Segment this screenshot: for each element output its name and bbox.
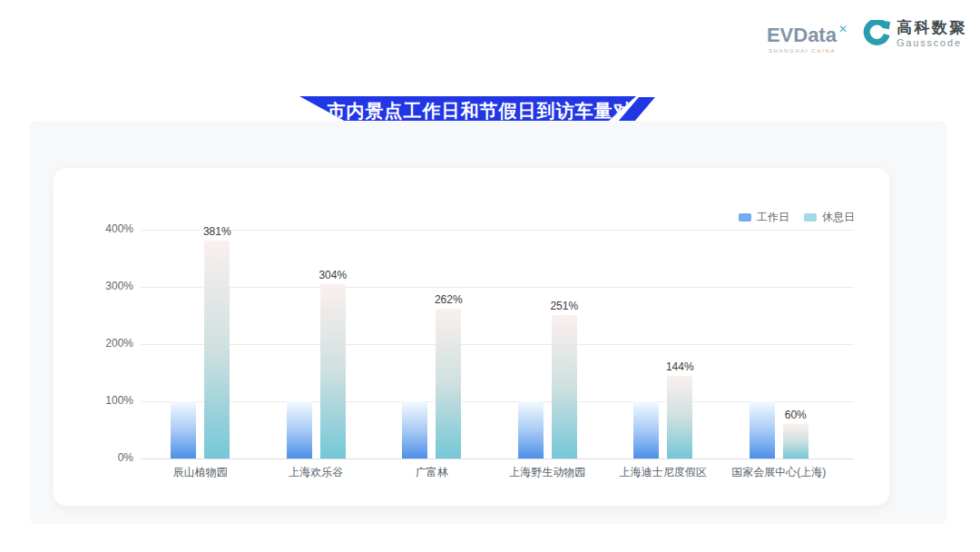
x-axis-label: 上海野生动物园 (509, 465, 585, 480)
gausscode-mark-icon (862, 20, 891, 49)
bar-工作日-上海欢乐谷 (287, 401, 312, 458)
bar-休息日-广富林 (436, 309, 461, 458)
chart-card: 工作日休息日 0%100%200%300%400%381%辰山植物园304%上海… (54, 168, 889, 506)
gridline-200 (141, 344, 854, 345)
chart-area: 0%100%200%300%400%381%辰山植物园304%上海欢乐谷262%… (54, 168, 889, 506)
bar-工作日-国家会展中心(上海) (750, 401, 775, 458)
y-axis-tick: 300% (70, 280, 133, 292)
gausscode-en-text: Gausscode (897, 38, 967, 49)
x-axis-label: 上海欢乐谷 (289, 465, 343, 480)
gridline-100 (141, 401, 854, 402)
gridline-400 (141, 230, 854, 231)
bar-工作日-上海野生动物园 (518, 401, 544, 458)
page: EVData ✕ SHANGHAI CHINA 高科数聚 Gausscode 市… (0, 0, 980, 552)
value-label: 304% (318, 269, 347, 281)
gridline-0 (141, 458, 854, 459)
y-axis-tick: 0% (70, 451, 133, 464)
evdata-logo-text: EVData (767, 25, 837, 45)
gausscode-logo: 高科数聚 Gausscode (862, 20, 967, 49)
x-axis-label: 国家会展中心(上海) (731, 465, 826, 480)
bar-工作日-广富林 (402, 401, 427, 458)
value-label: 262% (435, 293, 463, 306)
evdata-sub-left: SHANGHAI (769, 48, 808, 54)
bar-休息日-辰山植物园 (204, 241, 230, 458)
bar-休息日-国家会展中心(上海) (783, 424, 808, 458)
bar-休息日-上海欢乐谷 (320, 284, 346, 458)
bar-group-4: 251%上海野生动物园 (518, 230, 577, 458)
value-label: 251% (550, 300, 578, 312)
bar-group-5: 144%上海迪士尼度假区 (633, 230, 692, 458)
value-label: 144% (666, 360, 694, 373)
bar-group-2: 304%上海欢乐谷 (287, 230, 346, 458)
bar-group-3: 262%广富林 (402, 230, 461, 458)
evdata-logo-subtext: SHANGHAI CHINA (769, 48, 836, 54)
x-axis-label: 辰山植物园 (173, 465, 228, 480)
x-axis-label: 广富林 (416, 465, 448, 480)
x-axis-label: 上海迪士尼度假区 (620, 465, 707, 480)
gridline-300 (141, 287, 854, 288)
value-label: 60% (785, 409, 807, 421)
evdata-sub-right: CHINA (811, 48, 836, 54)
evdata-x-icon: ✕ (838, 23, 848, 35)
header-logos: EVData ✕ SHANGHAI CHINA 高科数聚 Gausscode (767, 20, 967, 54)
gausscode-cn-text: 高科数聚 (897, 20, 967, 36)
bar-休息日-上海野生动物园 (552, 315, 577, 458)
evdata-logo: EVData ✕ SHANGHAI CHINA (767, 25, 848, 54)
y-axis-tick: 400% (70, 222, 133, 235)
value-label: 381% (203, 225, 231, 238)
bar-group-1: 381%辰山植物园 (171, 230, 230, 458)
bar-group-6: 60%国家会展中心(上海) (750, 230, 808, 458)
bar-工作日-上海迪士尼度假区 (633, 401, 659, 458)
bar-工作日-辰山植物园 (171, 401, 196, 458)
bar-休息日-上海迪士尼度假区 (667, 376, 692, 458)
y-axis-tick: 100% (70, 394, 133, 407)
y-axis-tick: 200% (70, 337, 133, 350)
